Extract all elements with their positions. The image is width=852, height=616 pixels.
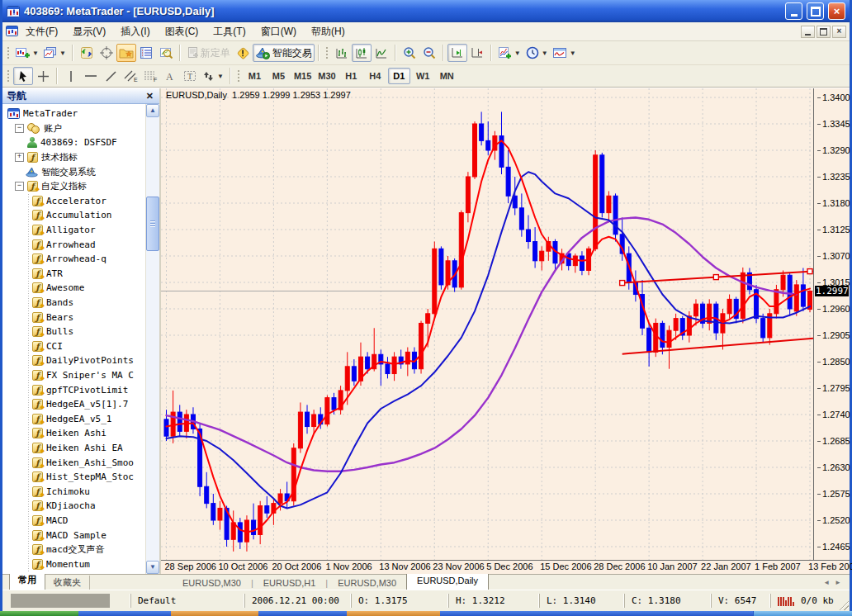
tab-scroll-left-icon[interactable]: ◄ [823, 579, 830, 586]
timeframe-d1-button[interactable]: D1 [388, 68, 410, 84]
expand-icon[interactable]: + [15, 153, 24, 162]
menu-item[interactable]: 帮助(H) [304, 23, 353, 40]
indicator-item[interactable]: ƒAccumulation [2, 208, 145, 223]
indicator-item[interactable]: ƒKDjiaocha [2, 499, 145, 514]
indicator-item[interactable]: ƒHist_StepMA_Stoc [2, 470, 145, 485]
indicator-item[interactable]: ƒCCI [2, 339, 145, 354]
indicator-item[interactable]: ƒHeiken Ashi [2, 426, 145, 441]
data-window-button[interactable] [156, 44, 176, 62]
indicator-item[interactable]: ƒBands [2, 296, 145, 310]
crosshair-target-button[interactable] [97, 44, 116, 62]
expert-advisors-button[interactable]: 智能交易 [253, 44, 315, 62]
navigator-scrollbar[interactable]: ▲ ▼ [145, 104, 159, 574]
candlestick-mode-button[interactable] [352, 44, 372, 62]
market-watch-button[interactable] [136, 44, 156, 62]
navigator-tab-common[interactable]: 常用 [9, 571, 45, 590]
indicator-item[interactable]: ƒFX Sniper's MA C [2, 368, 145, 383]
new-chart-button[interactable]: ▼ [13, 44, 41, 62]
profiles-dropdown[interactable]: ▼ [59, 50, 66, 57]
indicator-item[interactable]: ƒBulls [2, 325, 145, 339]
menu-item[interactable]: 图表(C) [158, 23, 206, 40]
child-minimize-button[interactable] [801, 26, 815, 38]
indicator-item[interactable]: ƒmacd交叉声音 [2, 543, 145, 557]
collapse-icon[interactable]: − [15, 124, 24, 133]
menu-item[interactable]: 工具(T) [206, 23, 253, 40]
tree-item-metatrader[interactable]: MetaTrader [2, 107, 145, 121]
chart-shift-button[interactable] [467, 44, 487, 62]
windows-taskbar-sliver[interactable] [0, 611, 852, 616]
collapse-icon[interactable]: − [15, 182, 24, 191]
indicator-item[interactable]: ƒArrowhead-q [2, 252, 145, 267]
new-chart-dropdown[interactable]: ▼ [32, 50, 39, 57]
timeframe-w1-button[interactable]: W1 [412, 68, 434, 84]
toolbar-drag-handle[interactable] [7, 45, 11, 60]
chart-tab-0[interactable]: EURUSD,M30 [173, 576, 251, 590]
periods-button[interactable]: ▼ [523, 44, 551, 62]
child-close-button[interactable]: × [832, 26, 846, 38]
crosshair-tool-button[interactable] [33, 67, 53, 85]
indicator-item[interactable]: ƒArrowhead [2, 237, 145, 252]
timeframe-h1-button[interactable]: H1 [340, 68, 362, 84]
price-axis[interactable]: 1.34001.33451.32901.32351.31801.31251.30… [813, 88, 850, 563]
line-chart-mode-button[interactable] [372, 44, 391, 62]
menu-item[interactable]: 显示(V) [65, 23, 113, 40]
close-button[interactable]: × [828, 2, 845, 20]
indicator-item[interactable]: ƒMACD Sample [2, 528, 145, 543]
price-chart-svg[interactable] [161, 88, 813, 563]
indicator-item[interactable]: ƒAwesome [2, 281, 145, 296]
indicator-item[interactable]: ƒBears [2, 310, 145, 325]
menu-item[interactable]: 文件(F) [18, 23, 65, 40]
date-axis[interactable]: 28 Sep 200610 Oct 200620 Oct 20061 Nov 2… [161, 560, 850, 574]
tree-item-account[interactable]: 403869: DSFSDF [2, 135, 145, 150]
chart-tab-1[interactable]: EURUSD,H1 [253, 576, 326, 590]
chart-tab-3[interactable]: EURUSD,Daily [406, 572, 489, 590]
trendline-tool-button[interactable] [101, 67, 121, 85]
timeframe-m1-button[interactable]: M1 [244, 68, 266, 84]
timeframe-m15-button[interactable]: M15 [291, 68, 314, 84]
text-label-tool-button[interactable]: T [180, 67, 200, 85]
tree-item-custom-indicators[interactable]: − ƒ 自定义指标 [2, 179, 145, 194]
indicator-item[interactable]: ƒAccelerator [2, 194, 145, 209]
toolbar-drag-handle[interactable] [237, 69, 241, 83]
alert-button[interactable] [233, 44, 253, 62]
scroll-down-icon[interactable]: ▼ [146, 561, 159, 574]
child-restore-button[interactable] [816, 26, 831, 38]
indicator-item[interactable]: ƒHedgeEA_v5_1 [2, 411, 145, 426]
tab-scroll-right-icon[interactable]: ► [835, 579, 841, 586]
navigator-tab-favorites[interactable]: 收藏夹 [45, 576, 90, 590]
taskbar-task-fragment[interactable] [171, 611, 258, 616]
equidistant-channel-tool-button[interactable]: E [121, 67, 140, 85]
periods-dropdown[interactable]: ▼ [542, 50, 548, 57]
timeframe-m30-button[interactable]: M30 [315, 68, 338, 84]
refresh-button[interactable] [77, 44, 97, 62]
taskbar-task-fragment[interactable] [347, 611, 440, 616]
indicator-item[interactable]: ƒMACD [2, 514, 145, 528]
timeframe-mn-button[interactable]: MN [436, 68, 458, 84]
scrollbar-thumb[interactable] [146, 197, 159, 251]
indicator-item[interactable]: ƒgpfTCPivotLimit [2, 382, 145, 397]
templates-dropdown[interactable]: ▼ [570, 50, 576, 57]
favorites-button[interactable] [116, 44, 136, 62]
tree-item-accounts[interactable]: − 账户 [2, 121, 145, 136]
toolbar-drag-handle[interactable] [325, 45, 329, 60]
arrows-tool-button[interactable]: ▼ [200, 67, 226, 85]
navigator-close-icon[interactable]: ✕ [144, 91, 155, 102]
cursor-tool-button[interactable] [13, 67, 33, 85]
chart-area[interactable]: EURUSD,Daily 1.2959 1.2999 1.2953 1.2997… [161, 88, 850, 574]
indicator-item[interactable]: ƒATR [2, 267, 145, 282]
vertical-line-tool-button[interactable] [61, 67, 81, 85]
restore-button[interactable] [807, 2, 824, 20]
start-button-fragment[interactable] [0, 611, 78, 616]
profiles-button[interactable]: ▼ [41, 44, 69, 62]
auto-scroll-button[interactable] [447, 44, 467, 62]
timeframe-m5-button[interactable]: M5 [267, 68, 290, 84]
menu-item[interactable]: 插入(I) [113, 23, 157, 40]
indicator-item[interactable]: ƒAlligator [2, 223, 145, 238]
indicator-item[interactable]: ƒHedgeEA_v5[1].7 [2, 397, 145, 412]
status-profile[interactable]: Default [130, 594, 244, 608]
new-order-button[interactable]: 新定单 [184, 44, 233, 62]
tree-item-technical-indicators[interactable]: + ƒ 技术指标 [2, 150, 145, 165]
toolbar-drag-handle[interactable] [7, 69, 11, 83]
indicators-dropdown[interactable]: ▼ [514, 50, 521, 57]
horizontal-line-tool-button[interactable] [81, 67, 101, 85]
